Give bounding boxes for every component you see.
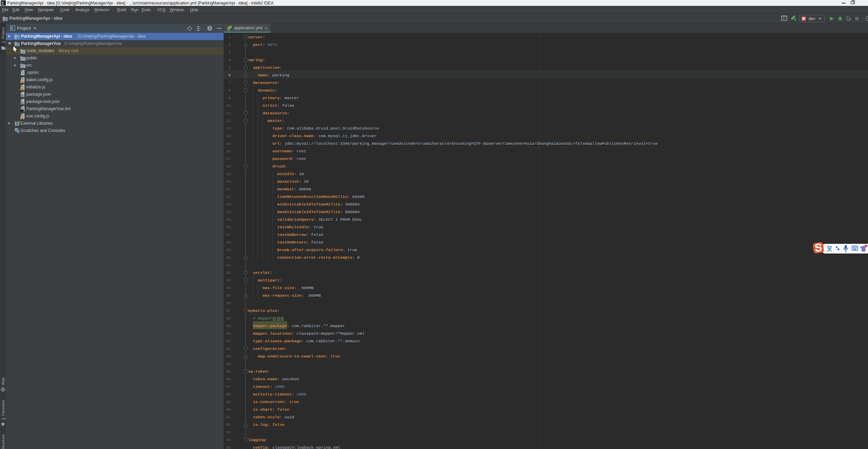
svg-text:IJ: IJ: [1, 1, 3, 4]
svg-text:JS: JS: [21, 88, 23, 90]
svg-text:JS: JS: [21, 81, 23, 83]
svg-text:JS: JS: [21, 117, 23, 119]
